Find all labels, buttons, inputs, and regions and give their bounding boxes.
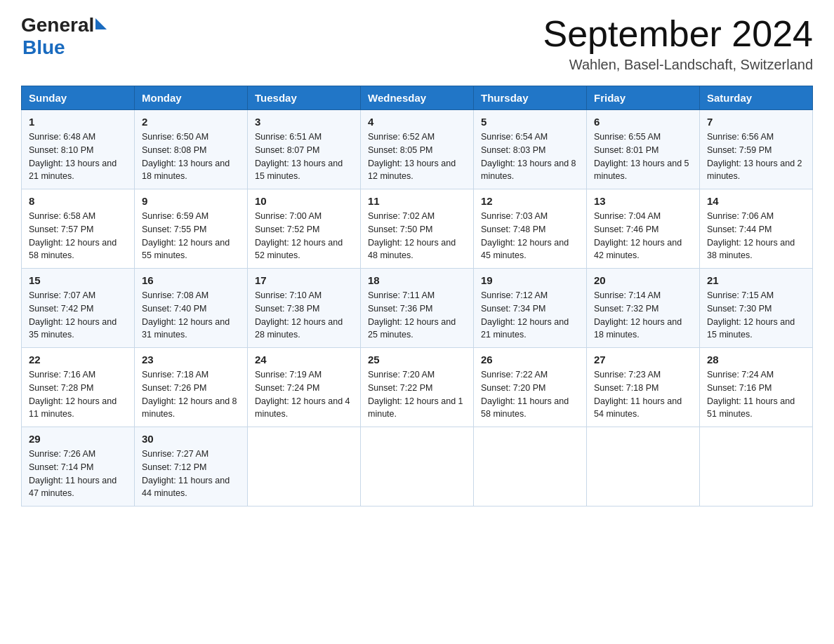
day-number: 30: [142, 433, 240, 445]
table-row: 6 Sunrise: 6:55 AMSunset: 8:01 PMDayligh…: [587, 110, 700, 189]
table-row: 30 Sunrise: 7:27 AMSunset: 7:12 PMDaylig…: [135, 427, 248, 507]
day-number: 4: [368, 116, 466, 128]
table-row: [361, 427, 474, 507]
table-row: 2 Sunrise: 6:50 AMSunset: 8:08 PMDayligh…: [135, 110, 248, 189]
day-number: 18: [368, 274, 466, 286]
day-info: Sunrise: 6:50 AMSunset: 8:08 PMDaylight:…: [142, 132, 230, 181]
table-row: 7 Sunrise: 6:56 AMSunset: 7:59 PMDayligh…: [700, 110, 813, 189]
col-friday: Friday: [587, 86, 700, 110]
table-row: [248, 427, 361, 507]
col-thursday: Thursday: [474, 86, 587, 110]
table-row: 9 Sunrise: 6:59 AMSunset: 7:55 PMDayligh…: [135, 189, 248, 269]
day-number: 3: [255, 116, 353, 128]
table-row: 28 Sunrise: 7:24 AMSunset: 7:16 PMDaylig…: [700, 348, 813, 427]
day-number: 1: [29, 116, 127, 128]
table-row: 8 Sunrise: 6:58 AMSunset: 7:57 PMDayligh…: [22, 189, 135, 269]
day-number: 29: [29, 433, 127, 445]
day-number: 7: [707, 116, 805, 128]
day-info: Sunrise: 7:08 AMSunset: 7:40 PMDaylight:…: [142, 290, 230, 340]
location-subtitle: Wahlen, Basel-Landschaft, Switzerland: [543, 57, 814, 73]
day-number: 6: [594, 116, 692, 128]
logo-general-text: General: [21, 14, 94, 36]
table-row: [474, 427, 587, 507]
table-row: 12 Sunrise: 7:03 AMSunset: 7:48 PMDaylig…: [474, 189, 587, 269]
day-info: Sunrise: 6:59 AMSunset: 7:55 PMDaylight:…: [142, 211, 230, 260]
day-number: 15: [29, 274, 127, 286]
day-number: 21: [707, 274, 805, 286]
day-number: 8: [29, 195, 127, 207]
table-row: 29 Sunrise: 7:26 AMSunset: 7:14 PMDaylig…: [22, 427, 135, 507]
day-info: Sunrise: 6:56 AMSunset: 7:59 PMDaylight:…: [707, 132, 802, 181]
day-info: Sunrise: 6:54 AMSunset: 8:03 PMDaylight:…: [481, 132, 576, 181]
table-row: 17 Sunrise: 7:10 AMSunset: 7:38 PMDaylig…: [248, 269, 361, 348]
logo: General Blue: [21, 14, 107, 59]
day-info: Sunrise: 7:18 AMSunset: 7:26 PMDaylight:…: [142, 370, 237, 419]
day-number: 9: [142, 195, 240, 207]
day-number: 14: [707, 195, 805, 207]
table-row: 18 Sunrise: 7:11 AMSunset: 7:36 PMDaylig…: [361, 269, 474, 348]
table-row: 26 Sunrise: 7:22 AMSunset: 7:20 PMDaylig…: [474, 348, 587, 427]
table-row: 19 Sunrise: 7:12 AMSunset: 7:34 PMDaylig…: [474, 269, 587, 348]
day-number: 11: [368, 195, 466, 207]
day-number: 27: [594, 354, 692, 365]
day-number: 10: [255, 195, 353, 207]
day-number: 16: [142, 274, 240, 286]
day-number: 25: [368, 354, 466, 365]
day-info: Sunrise: 7:10 AMSunset: 7:38 PMDaylight:…: [255, 290, 343, 340]
day-info: Sunrise: 7:24 AMSunset: 7:16 PMDaylight:…: [707, 370, 795, 419]
table-row: 23 Sunrise: 7:18 AMSunset: 7:26 PMDaylig…: [135, 348, 248, 427]
day-info: Sunrise: 7:04 AMSunset: 7:46 PMDaylight:…: [594, 211, 682, 260]
day-info: Sunrise: 7:14 AMSunset: 7:32 PMDaylight:…: [594, 290, 682, 340]
day-info: Sunrise: 7:16 AMSunset: 7:28 PMDaylight:…: [29, 370, 117, 419]
table-row: 27 Sunrise: 7:23 AMSunset: 7:18 PMDaylig…: [587, 348, 700, 427]
table-row: 5 Sunrise: 6:54 AMSunset: 8:03 PMDayligh…: [474, 110, 587, 189]
day-info: Sunrise: 7:19 AMSunset: 7:24 PMDaylight:…: [255, 370, 350, 419]
day-number: 2: [142, 116, 240, 128]
table-row: 1 Sunrise: 6:48 AMSunset: 8:10 PMDayligh…: [22, 110, 135, 189]
calendar-table: Sunday Monday Tuesday Wednesday Thursday…: [21, 86, 813, 507]
table-row: 20 Sunrise: 7:14 AMSunset: 7:32 PMDaylig…: [587, 269, 700, 348]
table-row: [587, 427, 700, 507]
table-row: 11 Sunrise: 7:02 AMSunset: 7:50 PMDaylig…: [361, 189, 474, 269]
day-info: Sunrise: 7:12 AMSunset: 7:34 PMDaylight:…: [481, 290, 569, 340]
month-title: September 2024: [543, 14, 814, 54]
day-number: 22: [29, 354, 127, 365]
col-tuesday: Tuesday: [248, 86, 361, 110]
page-header: General Blue September 2024 Wahlen, Base…: [21, 14, 813, 73]
table-row: 24 Sunrise: 7:19 AMSunset: 7:24 PMDaylig…: [248, 348, 361, 427]
day-number: 26: [481, 354, 579, 365]
col-monday: Monday: [135, 86, 248, 110]
day-number: 5: [481, 116, 579, 128]
day-info: Sunrise: 6:48 AMSunset: 8:10 PMDaylight:…: [29, 132, 117, 181]
table-row: 21 Sunrise: 7:15 AMSunset: 7:30 PMDaylig…: [700, 269, 813, 348]
day-number: 28: [707, 354, 805, 365]
table-row: 25 Sunrise: 7:20 AMSunset: 7:22 PMDaylig…: [361, 348, 474, 427]
day-info: Sunrise: 7:26 AMSunset: 7:14 PMDaylight:…: [29, 449, 117, 498]
day-info: Sunrise: 6:58 AMSunset: 7:57 PMDaylight:…: [29, 211, 117, 260]
col-sunday: Sunday: [22, 86, 135, 110]
day-info: Sunrise: 7:20 AMSunset: 7:22 PMDaylight:…: [368, 370, 463, 419]
day-info: Sunrise: 7:02 AMSunset: 7:50 PMDaylight:…: [368, 211, 456, 260]
day-number: 17: [255, 274, 353, 286]
day-number: 24: [255, 354, 353, 365]
day-info: Sunrise: 7:11 AMSunset: 7:36 PMDaylight:…: [368, 290, 456, 340]
table-row: 22 Sunrise: 7:16 AMSunset: 7:28 PMDaylig…: [22, 348, 135, 427]
col-wednesday: Wednesday: [361, 86, 474, 110]
table-row: 13 Sunrise: 7:04 AMSunset: 7:46 PMDaylig…: [587, 189, 700, 269]
table-row: 16 Sunrise: 7:08 AMSunset: 7:40 PMDaylig…: [135, 269, 248, 348]
table-row: 15 Sunrise: 7:07 AMSunset: 7:42 PMDaylig…: [22, 269, 135, 348]
day-info: Sunrise: 6:52 AMSunset: 8:05 PMDaylight:…: [368, 132, 456, 181]
calendar-header: Sunday Monday Tuesday Wednesday Thursday…: [22, 86, 813, 110]
day-info: Sunrise: 7:03 AMSunset: 7:48 PMDaylight:…: [481, 211, 569, 260]
day-info: Sunrise: 7:06 AMSunset: 7:44 PMDaylight:…: [707, 211, 795, 260]
day-info: Sunrise: 7:15 AMSunset: 7:30 PMDaylight:…: [707, 290, 795, 340]
day-number: 13: [594, 195, 692, 207]
table-row: 4 Sunrise: 6:52 AMSunset: 8:05 PMDayligh…: [361, 110, 474, 189]
title-block: September 2024 Wahlen, Basel-Landschaft,…: [543, 14, 814, 73]
day-info: Sunrise: 7:07 AMSunset: 7:42 PMDaylight:…: [29, 290, 117, 340]
day-info: Sunrise: 7:27 AMSunset: 7:12 PMDaylight:…: [142, 449, 230, 498]
table-row: 3 Sunrise: 6:51 AMSunset: 8:07 PMDayligh…: [248, 110, 361, 189]
day-info: Sunrise: 7:00 AMSunset: 7:52 PMDaylight:…: [255, 211, 343, 260]
table-row: 10 Sunrise: 7:00 AMSunset: 7:52 PMDaylig…: [248, 189, 361, 269]
day-info: Sunrise: 6:51 AMSunset: 8:07 PMDaylight:…: [255, 132, 343, 181]
